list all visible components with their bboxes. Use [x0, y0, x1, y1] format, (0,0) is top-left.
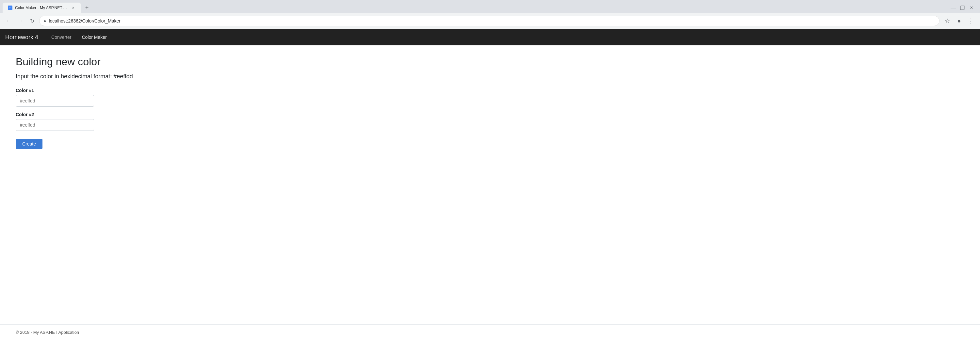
refresh-button[interactable]: ↻ — [27, 16, 37, 25]
color2-group: Color #2 — [16, 112, 964, 131]
color1-input[interactable] — [16, 95, 94, 107]
nav-link-converter[interactable]: Converter — [46, 29, 76, 45]
navbar-links: Converter Color Maker — [46, 29, 112, 45]
main-content: Building new color Input the color in he… — [0, 45, 980, 176]
color1-group: Color #1 — [16, 88, 964, 107]
menu-button[interactable]: ⋮ — [966, 16, 976, 26]
page-subtitle: Input the color in hexidecimal format: #… — [16, 73, 964, 80]
window-controls: — ❐ × — [950, 5, 977, 11]
toolbar-right: ☆ ● ⋮ — [942, 16, 976, 26]
address-url: localhost:26362/Color/Color_Maker — [49, 18, 935, 24]
forward-button[interactable]: → — [16, 16, 25, 25]
back-button[interactable]: ← — [4, 16, 13, 25]
account-button[interactable]: ● — [954, 16, 964, 26]
bookmark-button[interactable]: ☆ — [942, 16, 953, 26]
new-tab-button[interactable]: + — [82, 3, 91, 13]
tab-favicon: ▢ — [8, 6, 13, 10]
create-button[interactable]: Create — [16, 139, 43, 149]
window-close-button[interactable]: × — [968, 5, 975, 11]
browser-chrome: ▢ Color Maker - My ASP.NET Appli... × + … — [0, 0, 980, 29]
tab-close-button[interactable]: × — [70, 5, 76, 10]
window-minimize-button[interactable]: — — [950, 5, 956, 11]
color2-input[interactable] — [16, 119, 94, 131]
color1-label: Color #1 — [16, 88, 964, 93]
nav-link-color-maker[interactable]: Color Maker — [77, 29, 112, 45]
app-navbar: Homework 4 Converter Color Maker — [0, 29, 980, 45]
address-bar[interactable]: ● localhost:26362/Color/Color_Maker — [39, 16, 940, 26]
navbar-brand[interactable]: Homework 4 — [5, 34, 38, 41]
address-bar-row: ← → ↻ ● localhost:26362/Color/Color_Make… — [0, 13, 980, 29]
tab-title: Color Maker - My ASP.NET Appli... — [15, 6, 68, 10]
window-maximize-button[interactable]: ❐ — [959, 5, 966, 11]
address-lock-icon: ● — [43, 18, 46, 24]
browser-tab[interactable]: ▢ Color Maker - My ASP.NET Appli... × — [3, 3, 81, 13]
tab-bar: ▢ Color Maker - My ASP.NET Appli... × + … — [0, 0, 980, 13]
color2-label: Color #2 — [16, 112, 964, 117]
page-title: Building new color — [16, 56, 964, 68]
